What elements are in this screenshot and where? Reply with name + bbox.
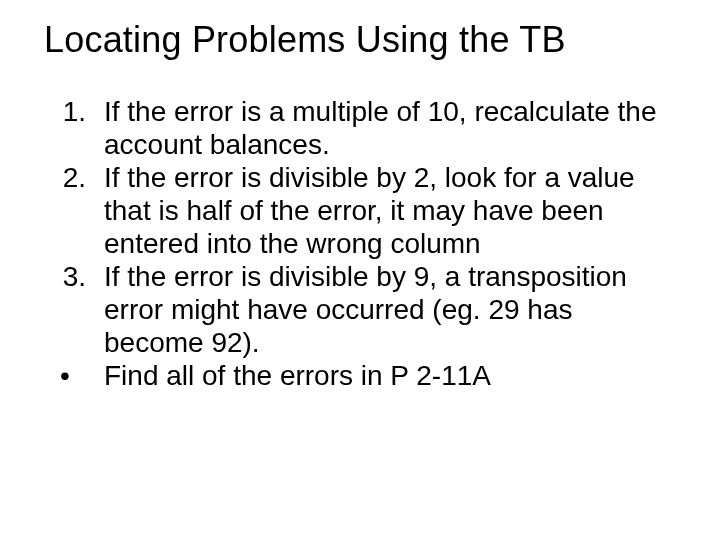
list-marker: 2. bbox=[44, 161, 104, 194]
bullet-icon: • bbox=[44, 359, 104, 392]
list-text: Find all of the errors in P 2-11A bbox=[104, 359, 676, 392]
list-item: • Find all of the errors in P 2-11A bbox=[44, 359, 676, 392]
list-text: If the error is a multiple of 10, recalc… bbox=[104, 95, 676, 161]
slide: Locating Problems Using the TB 1. If the… bbox=[0, 0, 720, 540]
list-item: 2. If the error is divisible by 2, look … bbox=[44, 161, 676, 260]
content-list: 1. If the error is a multiple of 10, rec… bbox=[44, 95, 676, 392]
list-item: 3. If the error is divisible by 9, a tra… bbox=[44, 260, 676, 359]
list-marker: 3. bbox=[44, 260, 104, 293]
list-item: 1. If the error is a multiple of 10, rec… bbox=[44, 95, 676, 161]
list-marker: 1. bbox=[44, 95, 104, 128]
list-text: If the error is divisible by 9, a transp… bbox=[104, 260, 676, 359]
slide-title: Locating Problems Using the TB bbox=[44, 18, 676, 61]
list-text: If the error is divisible by 2, look for… bbox=[104, 161, 676, 260]
